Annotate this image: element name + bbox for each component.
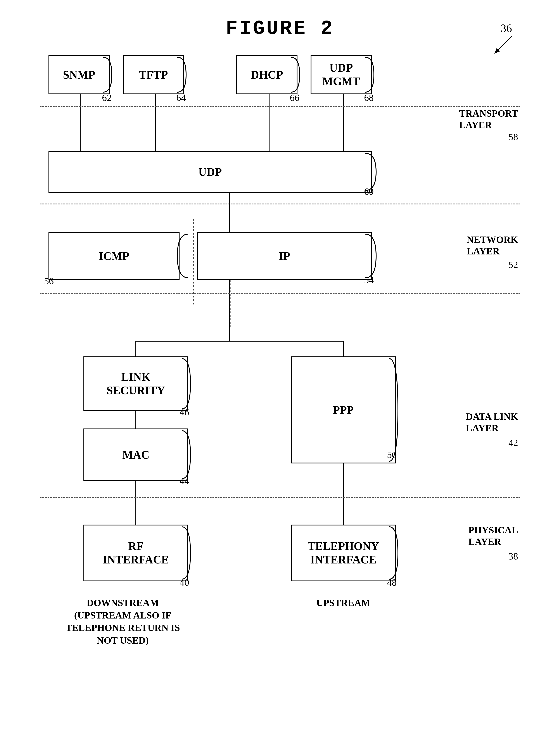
downstream-label: DOWNSTREAM (UPSTREAM ALSO IF TELEPHONE R… xyxy=(48,597,197,647)
dhcp-bracket xyxy=(289,55,302,94)
link-security-box: LINK SECURITY xyxy=(83,356,188,411)
page: FIGURE 2 36 xyxy=(0,0,560,736)
snmp-bracket xyxy=(101,55,114,94)
physical-layer-label: PHYSICAL LAYER xyxy=(468,525,518,548)
dashed-line-2 xyxy=(40,204,520,204)
transport-layer-label: TRANSPORT LAYER xyxy=(459,108,518,131)
icmp-ref: 56 xyxy=(44,276,54,287)
link-security-bracket xyxy=(180,356,193,411)
tftp-box: TFTP xyxy=(123,55,184,94)
rf-interface-box: RF INTERFACE xyxy=(83,525,188,581)
data-link-layer-label: DATA LINK LAYER xyxy=(466,411,518,434)
ppp-box: PPP xyxy=(291,356,396,463)
figure-title: FIGURE 2 xyxy=(17,17,543,40)
ip-box: IP xyxy=(197,232,372,280)
icmp-bracket xyxy=(175,232,193,280)
telephony-interface-bracket xyxy=(387,525,400,581)
rf-interface-bracket xyxy=(180,525,193,581)
transport-ref: 58 xyxy=(508,131,518,143)
mac-box: MAC xyxy=(83,428,188,481)
telephony-interface-box: TELEPHONY INTERFACE xyxy=(291,525,396,581)
snmp-box: SNMP xyxy=(48,55,110,94)
dashed-line-4 xyxy=(40,497,520,498)
icmp-box: ICMP xyxy=(48,232,180,280)
network-layer-label: NETWORK LAYER xyxy=(467,234,518,257)
ip-bracket xyxy=(363,232,380,280)
dashed-line-3 xyxy=(40,293,520,294)
physical-ref: 38 xyxy=(508,551,518,562)
dashed-line-1 xyxy=(40,106,520,107)
udp-mgmt-box: UDP MGMT xyxy=(311,55,372,94)
mac-bracket xyxy=(180,428,193,481)
tftp-bracket xyxy=(175,55,188,94)
udp-bracket xyxy=(363,151,380,193)
network-ref: 52 xyxy=(508,259,518,270)
dotted-boundary-2 xyxy=(230,280,232,328)
udp-box: UDP xyxy=(48,151,372,193)
data-link-ref: 42 xyxy=(508,437,518,448)
dhcp-box: DHCP xyxy=(236,55,297,94)
udp-mgmt-bracket xyxy=(363,55,376,94)
ppp-bracket xyxy=(387,356,400,463)
diagram-area: SNMP 62 TFTP 64 DHCP 66 UDP MGMT 68 TRAN… xyxy=(40,44,520,688)
upstream-label: UPSTREAM xyxy=(269,597,418,609)
dotted-boundary xyxy=(193,219,195,306)
ref-36-label: 36 xyxy=(501,22,512,35)
